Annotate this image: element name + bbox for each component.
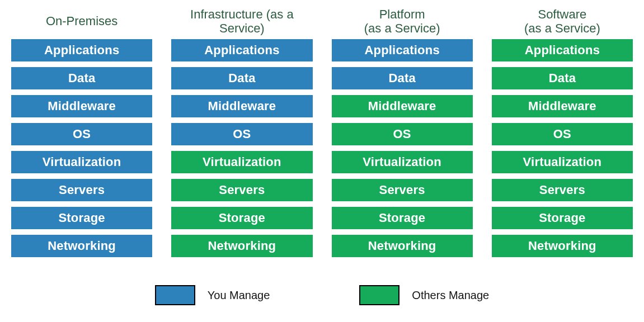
layer-storage: Storage <box>332 207 473 229</box>
layer-os: OS <box>332 123 473 145</box>
column-paas: Platform (as a Service) Applications Dat… <box>332 6 473 263</box>
column-header: Infrastructure (as a Service) <box>171 6 312 37</box>
layer-storage: Storage <box>492 207 633 229</box>
layer-storage: Storage <box>11 207 152 229</box>
legend-label-other: Others Manage <box>412 289 489 302</box>
layer-servers: Servers <box>492 179 633 201</box>
layer-data: Data <box>171 67 312 89</box>
column-iaas: Infrastructure (as a Service) Applicatio… <box>171 6 312 263</box>
column-header: Software (as a Service) <box>492 6 633 37</box>
layer-virtualization: Virtualization <box>11 151 152 173</box>
layer-networking: Networking <box>332 235 473 257</box>
legend: You Manage Others Manage <box>11 285 633 305</box>
legend-swatch-other <box>359 285 399 305</box>
layer-os: OS <box>171 123 312 145</box>
service-model-grid: On-Premises Applications Data Middleware… <box>11 6 633 263</box>
legend-swatch-you <box>155 285 195 305</box>
legend-item-you-manage: You Manage <box>155 285 270 305</box>
layer-virtualization: Virtualization <box>492 151 633 173</box>
layer-servers: Servers <box>11 179 152 201</box>
layer-os: OS <box>492 123 633 145</box>
layer-data: Data <box>11 67 152 89</box>
layer-virtualization: Virtualization <box>171 151 312 173</box>
legend-item-others-manage: Others Manage <box>359 285 489 305</box>
layer-data: Data <box>492 67 633 89</box>
layer-storage: Storage <box>171 207 312 229</box>
column-header: Platform (as a Service) <box>332 6 473 37</box>
layer-middleware: Middleware <box>492 95 633 117</box>
layer-middleware: Middleware <box>11 95 152 117</box>
layer-applications: Applications <box>11 39 152 61</box>
layer-virtualization: Virtualization <box>332 151 473 173</box>
layer-data: Data <box>332 67 473 89</box>
layer-networking: Networking <box>492 235 633 257</box>
layer-networking: Networking <box>171 235 312 257</box>
column-header: On-Premises <box>11 6 152 37</box>
layer-applications: Applications <box>171 39 312 61</box>
layer-os: OS <box>11 123 152 145</box>
legend-label-you: You Manage <box>208 289 270 302</box>
layer-networking: Networking <box>11 235 152 257</box>
layer-middleware: Middleware <box>171 95 312 117</box>
layer-middleware: Middleware <box>332 95 473 117</box>
layer-applications: Applications <box>492 39 633 61</box>
layer-servers: Servers <box>171 179 312 201</box>
layer-servers: Servers <box>332 179 473 201</box>
column-saas: Software (as a Service) Applications Dat… <box>492 6 633 263</box>
layer-applications: Applications <box>332 39 473 61</box>
column-on-premises: On-Premises Applications Data Middleware… <box>11 6 152 263</box>
